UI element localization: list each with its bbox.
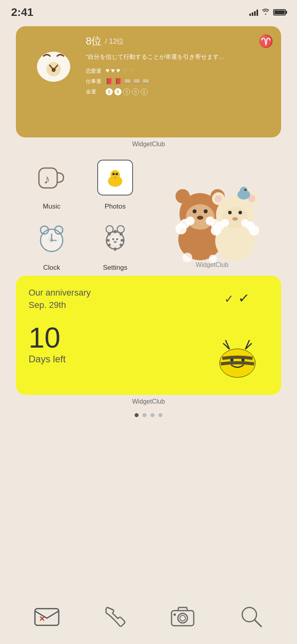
svg-point-87 (174, 613, 176, 616)
page-dot-4[interactable] (158, 413, 162, 417)
camera-icon (169, 604, 196, 628)
fortune-love-row: 恋愛運 ♥ ♥ ♥ ♡ ♡ (86, 67, 273, 75)
svg-rect-62 (114, 248, 116, 251)
aries-symbol: ♈ (258, 34, 273, 48)
svg-point-45 (241, 219, 249, 227)
svg-point-48 (245, 189, 247, 191)
svg-point-86 (180, 615, 185, 621)
fortune-widget[interactable]: 8位 / 12位 ♈ "自分を信じて行動することが幸運を引き寄せます… 恋愛運 … (16, 26, 281, 137)
money-icons: S S S S S (106, 88, 148, 95)
rilakkuma-illustration (164, 178, 260, 265)
settings-icon (99, 223, 131, 255)
svg-point-12 (116, 173, 118, 175)
bear-illustration (24, 34, 79, 90)
clock-icon-wrap: ♡ (30, 217, 73, 261)
checkmark-icon: ✓ (237, 290, 250, 306)
fortune-widget-label: WidgetClub (0, 141, 297, 148)
svg-point-70 (112, 238, 114, 240)
svg-point-28 (183, 253, 192, 262)
dock-camera[interactable] (169, 604, 196, 628)
svg-point-72 (114, 241, 117, 243)
phone-icon (103, 604, 127, 628)
svg-rect-67 (107, 243, 111, 247)
svg-rect-61 (114, 230, 116, 233)
work-icons: 📕 📕 📖 📖 📖 (106, 78, 150, 85)
clock-icon: ♡ (36, 223, 68, 255)
love-icons: ♥ ♥ ♥ ♡ ♡ (106, 67, 135, 75)
svg-point-39 (232, 217, 238, 221)
app-music[interactable]: ♪ Music (20, 156, 83, 211)
settings-label: Settings (103, 264, 127, 272)
fortune-content: 8位 / 12位 ♈ "自分を信じて行動することが幸運を引き寄せます… 恋愛運 … (86, 34, 273, 130)
photos-label: Photos (105, 203, 126, 211)
svg-point-85 (178, 613, 187, 623)
svg-rect-68 (119, 243, 123, 247)
wifi-icon (261, 8, 270, 17)
photos-icon-wrap (93, 156, 137, 199)
app-grid: ♪ Music Photos (20, 156, 277, 272)
music-icon: ♪ (36, 162, 68, 193)
svg-point-37 (228, 211, 232, 215)
svg-point-4 (67, 37, 83, 53)
status-bar: 2:41 (0, 0, 297, 20)
dock-mail[interactable] (33, 605, 61, 627)
svg-point-33 (215, 195, 222, 202)
svg-point-19 (193, 209, 197, 213)
dock-phone[interactable] (103, 604, 127, 628)
music-icon-wrap: ♪ (30, 156, 73, 199)
svg-point-69 (110, 236, 120, 245)
svg-text:♪: ♪ (44, 172, 50, 186)
page-dot-2[interactable] (143, 413, 147, 417)
svg-point-27 (206, 217, 214, 225)
widgetclub-sticker: WidgetClub (147, 156, 277, 272)
v-check-icon: ✓ (224, 292, 233, 306)
svg-point-47 (240, 187, 248, 195)
photos-icon (97, 160, 133, 195)
svg-point-10 (110, 170, 120, 180)
fortune-quote: "自分を信じて行動することが幸運を引き寄せます… (86, 52, 273, 62)
dock (0, 592, 297, 644)
svg-point-16 (176, 189, 190, 203)
svg-rect-81 (35, 609, 59, 625)
dock-search[interactable] (238, 603, 264, 629)
signal-icon (249, 9, 258, 16)
page-dots (0, 413, 297, 417)
page-dot-1[interactable] (135, 413, 139, 417)
fortune-rank: 8位 / 12位 ♈ (86, 34, 273, 48)
love-label: 恋愛運 (86, 68, 103, 75)
app-clock[interactable]: ♡ Clock (20, 217, 83, 272)
svg-point-6 (52, 68, 56, 72)
work-label: 仕事運 (86, 78, 103, 85)
svg-text:♡: ♡ (48, 237, 53, 244)
svg-point-21 (197, 216, 203, 220)
anniversary-widget-label: WidgetClub (0, 398, 297, 405)
svg-line-89 (255, 620, 261, 627)
clock-label: Clock (43, 264, 60, 272)
svg-point-71 (116, 238, 118, 240)
svg-point-11 (112, 173, 115, 175)
fortune-work-row: 仕事運 📕 📕 📖 📖 📖 (86, 78, 273, 85)
svg-point-80 (241, 358, 245, 362)
widgetclub-app-label: WidgetClub (196, 261, 229, 269)
anniversary-widget[interactable]: Our anniversary Sep. 29th ✓ ✓ 10 Days le… (16, 276, 281, 395)
status-time: 2:41 (11, 6, 33, 19)
search-icon (238, 603, 264, 629)
battery-icon (273, 9, 286, 15)
fortune-money-row: 金運 S S S S S (86, 88, 273, 95)
page-dot-3[interactable] (150, 413, 154, 417)
svg-rect-64 (121, 239, 124, 242)
svg-point-20 (204, 209, 208, 213)
svg-point-88 (242, 607, 256, 622)
svg-point-38 (239, 211, 242, 215)
settings-icon-wrap (93, 217, 137, 261)
svg-rect-63 (106, 239, 110, 242)
app-photos[interactable]: Photos (83, 156, 147, 211)
svg-point-3 (25, 37, 40, 53)
app-settings[interactable]: Settings (83, 217, 147, 272)
money-label: 金運 (86, 88, 103, 95)
status-icons (249, 8, 286, 17)
svg-point-42 (221, 219, 229, 227)
mail-icon (33, 605, 61, 627)
svg-point-24 (186, 217, 195, 225)
music-label: Music (43, 203, 60, 211)
